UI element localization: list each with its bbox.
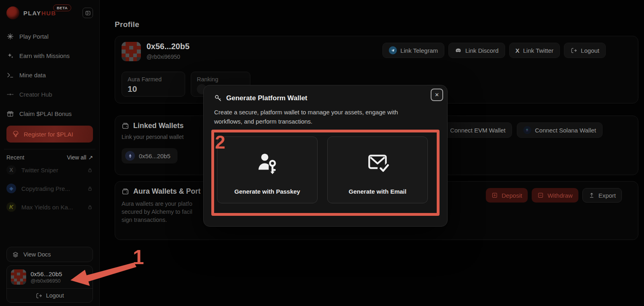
recent-item-twitter-sniper[interactable]: X Twitter Sniper bbox=[6, 161, 93, 179]
connect-solana-wallet-button[interactable]: Connect Solana Wallet bbox=[517, 122, 603, 138]
generate-with-email-label: Generate with Email bbox=[349, 188, 406, 195]
collapse-panel-icon bbox=[85, 10, 91, 16]
avatar bbox=[122, 42, 141, 61]
link-telegram-button[interactable]: Link Telegram bbox=[382, 43, 444, 58]
sidebar-user-box: 0x56...20b5 @rb0xi96950 Logout bbox=[6, 265, 93, 303]
export-button[interactable]: Export bbox=[582, 188, 622, 203]
stat-label: Ranking bbox=[197, 76, 244, 83]
minus-square-icon bbox=[537, 192, 544, 198]
export-label: Export bbox=[599, 192, 616, 199]
telegram-icon bbox=[389, 46, 397, 54]
passkey-icon bbox=[256, 137, 279, 188]
page-title: Profile bbox=[115, 20, 638, 29]
brand-play: PLAY bbox=[23, 10, 41, 17]
withdraw-label: Withdraw bbox=[547, 192, 573, 199]
avatar bbox=[11, 269, 26, 285]
recent-label: Recent bbox=[6, 154, 24, 161]
logo-row: PLAYHUB BETA bbox=[6, 6, 93, 20]
linked-wallet-address: 0x56...20b5 bbox=[139, 153, 170, 159]
sidebar-item-mine-data[interactable]: Mine data bbox=[6, 65, 93, 85]
discord-icon bbox=[455, 47, 462, 54]
sidebar-user-profile[interactable]: 0x56...20b5 @rb0xi96950 bbox=[7, 266, 93, 288]
aura-wallets-description: Aura wallets are your platfo secured by … bbox=[122, 200, 200, 224]
generate-platform-wallet-modal: Generate Platform Wallet Create a secure… bbox=[203, 85, 448, 227]
aura-wallets-title: Aura Wallets & Port bbox=[122, 187, 200, 196]
plus-square-icon bbox=[491, 192, 498, 198]
deposit-button[interactable]: Deposit bbox=[486, 188, 528, 203]
modal-close-button[interactable]: ✕ bbox=[431, 89, 443, 101]
brand-hub: HUB bbox=[41, 10, 56, 17]
sidebar-user-name: 0x56...20b5 bbox=[31, 271, 62, 277]
register-plai-button[interactable]: Register for $PLAI bbox=[6, 126, 93, 143]
recent-item-max-yields[interactable]: K Max Yields on Ka... bbox=[6, 198, 93, 216]
sidebar-item-label: Mine data bbox=[19, 72, 46, 79]
sidebar-user-handle: @rb0xi96950 bbox=[31, 278, 62, 284]
modal-desc-line: Create a secure, platform wallet to mana… bbox=[214, 108, 437, 117]
sidebar-item-earn-missions[interactable]: Earn with Missions bbox=[6, 46, 93, 65]
wallet-icon bbox=[122, 122, 129, 130]
external-link-icon: ↗ bbox=[88, 154, 93, 161]
linked-wallets-title-text: Linked Wallets bbox=[133, 122, 184, 130]
sidebar-item-creator-hub[interactable]: Creator Hub bbox=[6, 85, 93, 104]
link-telegram-label: Link Telegram bbox=[400, 47, 438, 54]
sidebar-item-label: Creator Hub bbox=[19, 91, 52, 98]
sidebar-collapse-button[interactable] bbox=[83, 8, 93, 18]
generate-with-passkey-label: Generate with Passkey bbox=[234, 188, 300, 195]
sidebar-logout-label: Logout bbox=[46, 292, 64, 299]
linked-wallets-actions: Connect EVM Wallet Connect Solana Wallet bbox=[430, 122, 603, 138]
playhub-logo-icon bbox=[6, 6, 19, 19]
link-discord-button[interactable]: Link Discord bbox=[448, 43, 505, 58]
profile-handle: @rb0xi96950 bbox=[147, 54, 190, 60]
parachute-icon bbox=[12, 130, 19, 138]
profile-actions: Link Telegram Link Discord X Link Twitte… bbox=[382, 43, 606, 58]
recent-item-copytrading[interactable]: ◈ Copytrading Pre... bbox=[6, 179, 93, 198]
aura-desc-line: sign transactions. bbox=[122, 216, 200, 224]
beta-badge: BETA bbox=[53, 4, 71, 11]
generate-with-passkey-card[interactable]: Generate with Passkey bbox=[217, 136, 318, 203]
sidebar-logout-button[interactable]: Logout bbox=[7, 288, 93, 302]
aura-wallets-actions: Deposit Withdraw Export bbox=[486, 188, 622, 203]
sidebar-divider bbox=[4, 149, 95, 149]
profile-logout-label: Logout bbox=[581, 47, 599, 54]
logout-icon bbox=[570, 47, 577, 54]
sidebar-item-play-portal[interactable]: Play Portal bbox=[6, 27, 93, 46]
sidebar-item-claim-plai-bonus[interactable]: Claim $PLAI Bonus bbox=[6, 104, 93, 123]
view-docs-button[interactable]: View Docs bbox=[6, 247, 93, 262]
brand-wordmark: PLAYHUB bbox=[23, 10, 56, 17]
ethereum-icon bbox=[125, 151, 135, 161]
connect-solana-label: Connect Solana Wallet bbox=[535, 127, 596, 134]
modal-title: Generate Platform Wallet bbox=[214, 94, 437, 102]
view-all-link[interactable]: View all↗ bbox=[67, 154, 93, 161]
layers-icon bbox=[12, 251, 19, 258]
modal-description: Create a secure, platform wallet to mana… bbox=[214, 108, 437, 126]
stat-label: Aura Farmed bbox=[128, 76, 179, 83]
lock-icon bbox=[87, 186, 93, 192]
close-icon: ✕ bbox=[435, 92, 439, 98]
deposit-label: Deposit bbox=[502, 192, 522, 199]
linked-wallet-chip: 0x56...20b5 bbox=[122, 148, 178, 163]
sidebar-bottom: View Docs 0x56...20b5 @rb0xi96950 bbox=[6, 247, 93, 303]
stat-value: 10 bbox=[128, 84, 179, 94]
sidebar-item-label: Claim $PLAI Bonus bbox=[19, 110, 72, 117]
stat-aura-farmed: Aura Farmed 10 bbox=[122, 72, 185, 97]
view-all-label: View all bbox=[67, 154, 86, 161]
register-plai-label: Register for $PLAI bbox=[24, 131, 73, 138]
aura-wallets-title-text: Aura Wallets & Port bbox=[133, 187, 200, 196]
sparkles-icon bbox=[6, 52, 14, 60]
export-icon bbox=[588, 192, 595, 198]
generate-with-email-card[interactable]: Generate with Email bbox=[327, 136, 428, 203]
gift-icon bbox=[6, 110, 14, 118]
sidebar: PLAYHUB BETA Play Portal Earn with Missi… bbox=[0, 0, 100, 306]
key-icon bbox=[214, 94, 222, 102]
solana-icon bbox=[523, 126, 531, 134]
lock-icon bbox=[87, 204, 93, 210]
linked-wallets-title: Linked Wallets bbox=[122, 122, 184, 130]
app-window: PLAYHUB BETA Play Portal Earn with Missi… bbox=[0, 0, 644, 306]
kamino-app-icon: K bbox=[6, 202, 16, 212]
withdraw-button[interactable]: Withdraw bbox=[532, 188, 578, 203]
link-twitter-button[interactable]: X Link Twitter bbox=[509, 43, 560, 58]
email-check-icon bbox=[366, 137, 389, 188]
recent-item-label: Copytrading Pre... bbox=[21, 185, 70, 192]
profile-logout-button[interactable]: Logout bbox=[564, 43, 606, 58]
recent-header: Recent View all↗ bbox=[6, 154, 93, 161]
